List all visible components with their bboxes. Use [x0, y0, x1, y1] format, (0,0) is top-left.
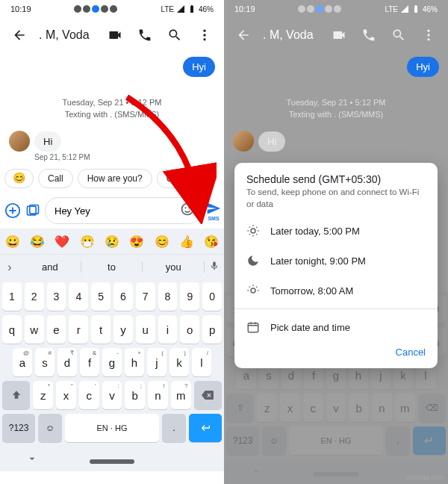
key-y[interactable]: y [113, 315, 133, 344]
add-button[interactable] [4, 199, 21, 222]
more-vert-icon [421, 28, 436, 43]
back-button[interactable] [6, 22, 33, 49]
space-key[interactable]: EN · HG [65, 414, 159, 442]
key-j[interactable]: j( [147, 348, 167, 376]
emoji-key[interactable]: ☺ [38, 414, 62, 442]
incoming-bubble[interactable]: Hi [34, 131, 61, 152]
emoji[interactable]: 😷 [80, 235, 95, 249]
compose-field[interactable] [45, 197, 202, 224]
period-key[interactable]: . [162, 414, 186, 442]
key-i[interactable]: i [158, 315, 178, 344]
word-suggestion[interactable]: and [19, 261, 81, 273]
key-o[interactable]: o [180, 315, 199, 344]
conversation-title[interactable]: . M, Voda [36, 28, 99, 42]
watermark: wsxwsx.com [405, 474, 444, 481]
schedule-option-pick[interactable]: Pick date and time [234, 312, 438, 342]
emoji[interactable]: 😂 [30, 235, 45, 249]
schedule-option-later-today[interactable]: Later today, 5:00 PM [234, 216, 438, 246]
network-label: LTE [161, 5, 174, 13]
key-p[interactable]: p [202, 315, 222, 344]
enter-key[interactable] [189, 414, 222, 442]
schedule-option-tomorrow[interactable]: Tomorrow, 8:00 AM [234, 276, 438, 305]
key-2[interactable]: 2 [25, 282, 44, 311]
suggestion-chip[interactable]: Call [38, 169, 73, 188]
key-c[interactable]: c' [79, 381, 99, 409]
key-3[interactable]: 3 [47, 282, 66, 311]
send-button[interactable]: SMS [206, 201, 221, 221]
expand-suggestions[interactable]: › [0, 261, 19, 274]
cancel-button[interactable]: Cancel [234, 342, 438, 364]
svg-point-1 [203, 34, 205, 36]
bottom-row: ?123 ☺ EN · HG . [2, 414, 222, 442]
backspace-key[interactable] [194, 381, 222, 409]
incoming-row: Hi [9, 131, 215, 152]
key-9[interactable]: 9 [180, 282, 199, 311]
avatar[interactable] [9, 131, 30, 152]
key-t[interactable]: t [91, 315, 111, 344]
outgoing-bubble[interactable]: Hyi [183, 57, 215, 77]
shift-key[interactable] [2, 381, 30, 409]
sunrise-icon [246, 284, 260, 297]
suggestion-chip[interactable]: Cool [157, 169, 195, 188]
nav-home[interactable] [90, 453, 134, 467]
emoji[interactable]: 😢 [105, 235, 119, 249]
key-x[interactable]: x" [56, 381, 76, 409]
emoji-bar[interactable]: 😀😂❤️😷😢😍😊👍😘 [0, 229, 224, 254]
key-4[interactable]: 4 [69, 282, 88, 311]
emoji[interactable]: 😘 [204, 235, 219, 249]
key-7[interactable]: 7 [136, 282, 155, 311]
key-v[interactable]: v: [102, 381, 122, 409]
key-k[interactable]: k) [169, 348, 189, 376]
suggestion-emoji[interactable]: 😊 [4, 169, 34, 188]
key-8[interactable]: 8 [158, 282, 178, 311]
key-d[interactable]: d₹ [57, 348, 77, 376]
key-r[interactable]: r [69, 315, 88, 344]
key-1[interactable]: 1 [2, 282, 22, 311]
key-5[interactable]: 5 [91, 282, 111, 311]
emoji[interactable]: 😀 [5, 235, 20, 249]
emoji[interactable]: 😍 [129, 235, 144, 249]
key-s[interactable]: s# [35, 348, 55, 376]
key-z[interactable]: z* [33, 381, 53, 409]
key-6[interactable]: 6 [113, 282, 133, 311]
word-suggestion[interactable]: to [81, 261, 143, 273]
search-button[interactable] [161, 22, 188, 49]
key-q[interactable]: q [2, 315, 22, 344]
suggestion-chip[interactable]: How are you? [78, 169, 152, 188]
status-bar: 10:19 LTE 46% [224, 0, 448, 18]
notification-icons [298, 5, 341, 13]
shift-icon [11, 390, 22, 400]
word-suggestion[interactable]: you [143, 261, 205, 273]
svg-point-6 [182, 204, 193, 215]
symbols-key[interactable]: ?123 [2, 414, 35, 442]
key-w[interactable]: w [25, 315, 44, 344]
gallery-button[interactable] [25, 199, 40, 222]
key-h[interactable]: h+ [125, 348, 144, 376]
mic-button[interactable] [205, 261, 224, 274]
message-input[interactable] [55, 205, 180, 217]
call-button[interactable] [131, 22, 158, 49]
key-a[interactable]: a@ [13, 348, 32, 376]
key-e[interactable]: e [47, 315, 66, 344]
nav-keyboard-hide[interactable] [26, 453, 38, 468]
key-f[interactable]: f& [80, 348, 99, 376]
overflow-button[interactable] [191, 22, 218, 49]
clock: 10:19 [234, 4, 255, 13]
back-button[interactable] [230, 22, 257, 49]
overflow-button [415, 22, 442, 49]
schedule-option-later-tonight[interactable]: Later tonight, 9:00 PM [234, 246, 438, 276]
emoji[interactable]: 😊 [155, 235, 169, 249]
key-0[interactable]: 0 [202, 282, 222, 311]
key-m[interactable]: m? [171, 381, 191, 409]
videocall-button[interactable] [102, 22, 128, 49]
key-g[interactable]: g- [102, 348, 122, 376]
key-n[interactable]: n! [148, 381, 168, 409]
key-l[interactable]: l/ [192, 348, 211, 376]
key-u[interactable]: u [136, 315, 155, 344]
emoji[interactable]: ❤️ [55, 235, 69, 249]
nav-bar [0, 449, 224, 471]
battery-label: 46% [423, 5, 438, 13]
key-b[interactable]: b; [125, 381, 145, 409]
emoji[interactable]: 👍 [179, 235, 194, 249]
emoji-button[interactable] [180, 202, 195, 220]
